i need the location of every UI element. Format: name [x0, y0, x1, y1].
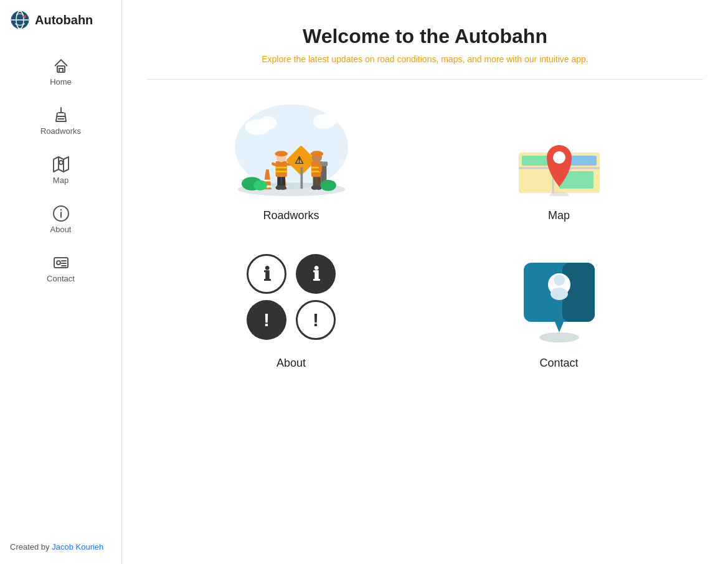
- svg-rect-30: [275, 161, 286, 176]
- contact-image: [497, 247, 622, 347]
- roadworks-illustration: ⚠: [229, 98, 354, 201]
- roadworks-icon: [52, 106, 70, 124]
- svg-point-69: [553, 151, 565, 164]
- card-contact[interactable]: Contact: [450, 247, 668, 370]
- svg-point-70: [555, 154, 559, 157]
- sidebar-item-roadworks[interactable]: Roadworks: [0, 99, 121, 143]
- svg-point-56: [253, 180, 267, 190]
- footer-credit: Created by Jacob Kourieh: [10, 542, 103, 552]
- card-map[interactable]: Map: [450, 100, 668, 222]
- svg-text:⚠: ⚠: [295, 154, 304, 166]
- svg-rect-51: [310, 153, 323, 156]
- about-icons-scene: ℹ ℹ ! !: [245, 253, 338, 341]
- card-roadworks[interactable]: ⚠: [182, 100, 400, 222]
- main-content: Welcome to the Autobahn Explore the late…: [122, 0, 728, 564]
- svg-marker-77: [555, 322, 564, 332]
- card-about[interactable]: ℹ ℹ ! ! About: [182, 247, 400, 370]
- svg-point-15: [57, 261, 60, 265]
- map-icon: [52, 156, 70, 173]
- card-about-label: About: [277, 357, 306, 370]
- about-image: ℹ ℹ ! !: [229, 247, 354, 347]
- svg-rect-54: [318, 165, 321, 172]
- svg-rect-4: [59, 68, 63, 72]
- svg-rect-65: [522, 156, 550, 166]
- card-grid: ⚠: [182, 100, 668, 370]
- map-image: [497, 100, 622, 199]
- svg-point-10: [59, 161, 63, 164]
- svg-rect-31: [275, 166, 286, 168]
- nav-items: Home Roadworks Map: [0, 50, 121, 291]
- info-outline-icon: ℹ: [247, 254, 286, 294]
- contact-icon: [52, 254, 70, 271]
- svg-point-13: [60, 209, 61, 210]
- sidebar-item-map[interactable]: Map: [0, 148, 121, 192]
- contact-illustration: [513, 250, 606, 344]
- sidebar-label-about: About: [50, 225, 72, 234]
- svg-rect-41: [300, 167, 303, 189]
- map-illustration: [513, 103, 606, 196]
- sidebar-label-roadworks: Roadworks: [40, 126, 81, 136]
- exclaim-outline-icon: !: [296, 300, 336, 340]
- welcome-title: Welcome to the Autobahn: [303, 25, 547, 48]
- sidebar-label-contact: Contact: [47, 274, 75, 283]
- svg-rect-32: [275, 171, 286, 172]
- welcome-subtitle: Explore the latest updates on road condi…: [262, 54, 589, 64]
- sidebar-label-home: Home: [50, 77, 72, 87]
- sidebar-item-contact[interactable]: Contact: [0, 247, 121, 291]
- svg-point-76: [551, 288, 568, 300]
- exclaim-filled-icon: !: [247, 300, 286, 340]
- roadworks-image: ⚠: [229, 100, 354, 199]
- svg-rect-23: [263, 179, 271, 181]
- svg-point-61: [326, 111, 341, 123]
- sidebar: Autobahn Home Roadworks: [0, 0, 122, 564]
- sidebar-item-home[interactable]: Home: [0, 50, 121, 94]
- footer-prefix: Created by: [10, 542, 52, 552]
- svg-point-57: [320, 179, 336, 190]
- logo-text: Autobahn: [35, 13, 93, 27]
- info-filled-icon: ℹ: [296, 254, 336, 294]
- sidebar-item-about[interactable]: About: [0, 197, 121, 242]
- svg-rect-35: [275, 153, 287, 156]
- svg-point-59: [258, 116, 277, 129]
- card-roadworks-label: Roadworks: [263, 209, 319, 222]
- svg-point-71: [539, 332, 579, 342]
- home-icon: [52, 57, 70, 75]
- svg-point-75: [554, 275, 565, 286]
- logo-icon: [10, 10, 30, 30]
- sidebar-label-map: Map: [53, 176, 69, 185]
- card-contact-label: Contact: [539, 357, 578, 370]
- card-map-label: Map: [548, 209, 570, 222]
- about-icon: [52, 205, 70, 222]
- svg-point-29: [279, 185, 286, 189]
- logo-area[interactable]: Autobahn: [0, 10, 93, 30]
- footer-link[interactable]: Jacob Kourieh: [52, 542, 103, 552]
- divider: [147, 79, 703, 80]
